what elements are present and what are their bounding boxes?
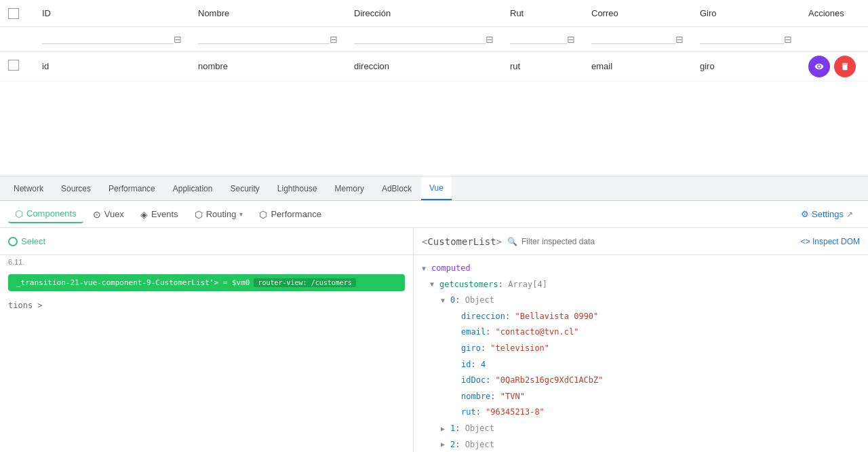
filter-giro-cell: ⊟ [692, 34, 800, 45]
col-correo-header: Correo [583, 8, 692, 18]
settings-extra-icon: ↗ [846, 210, 853, 219]
filter-data-input[interactable] [521, 237, 795, 246]
tree-getcustomers: getcustomers : Array[4] [414, 277, 868, 293]
filter-rut-icon: ⊟ [567, 34, 575, 45]
vue-tab-routing[interactable]: ⬡ Routing ▾ [188, 206, 250, 223]
row-rut-cell: rut [502, 61, 583, 71]
direccion-val: "Bellavista 0990" [515, 309, 598, 324]
rut-key: rut [461, 405, 476, 420]
inspector-area: Select 6.11. _transition-21-vue-componen… [0, 228, 868, 452]
obj0-key: 0 [450, 293, 455, 308]
breadcrumb-line: tions > [0, 297, 413, 314]
obj1-type: Object [465, 421, 494, 436]
tab-network[interactable]: Network [5, 176, 52, 200]
filter-giro-input[interactable] [700, 34, 784, 44]
terminal-prefix: _transition-21-vue-component-9-CustomerL… [16, 278, 250, 287]
components-icon: ⬡ [15, 208, 23, 219]
tab-sources[interactable]: Sources [53, 176, 99, 200]
vue-tab-vuex[interactable]: ⊙ Vuex [86, 206, 131, 223]
email-val: "contacto@tvn.cl" [496, 325, 579, 340]
version-line: 6.11. [0, 255, 413, 269]
filter-correo-input[interactable] [591, 34, 675, 44]
row-checkbox[interactable] [8, 60, 19, 71]
iddoc-key: idDoc [461, 373, 486, 388]
nombre-key: nombre [461, 390, 490, 404]
tree-computed-section: computed [414, 261, 868, 277]
tree-nombre: nombre : "TVN" [414, 389, 868, 405]
performance-icon: ⬡ [259, 209, 267, 220]
filter-id-cell: ⊟ [34, 34, 190, 45]
getcustomers-toggle[interactable] [430, 278, 439, 290]
nombre-colon: : [490, 390, 500, 404]
obj2-toggle[interactable] [441, 438, 450, 451]
events-icon: ◈ [140, 209, 148, 220]
select-all-checkbox[interactable] [8, 8, 19, 19]
tree-giro: giro : "television" [414, 341, 868, 357]
filter-id-icon: ⊟ [174, 34, 182, 45]
filter-direccion-cell: ⊟ [346, 34, 502, 45]
filter-correo-cell: ⊟ [583, 34, 692, 45]
select-button[interactable]: Select [8, 236, 45, 246]
left-panel: Select 6.11. _transition-21-vue-componen… [0, 228, 414, 452]
components-label: Components [26, 208, 77, 219]
select-all-cell[interactable] [0, 8, 34, 19]
computed-toggle[interactable] [422, 263, 431, 275]
filter-rut-cell: ⊟ [502, 34, 583, 45]
vue-tab-events[interactable]: ◈ Events [134, 206, 185, 223]
tab-adblock[interactable]: AdBlock [374, 176, 420, 200]
obj1-toggle[interactable] [441, 423, 450, 435]
filter-id-input[interactable] [42, 34, 174, 44]
row-direccion-cell: direccion [346, 61, 502, 71]
tree-obj1: 1 : Object [414, 421, 868, 437]
tab-memory[interactable]: Memory [327, 176, 372, 200]
inspect-dom-button[interactable]: <> Inspect DOM [801, 237, 860, 246]
row-email-cell: email [583, 61, 692, 71]
row-id-cell: id [34, 61, 190, 71]
vue-tab-components[interactable]: ⬡ Components [8, 206, 83, 223]
obj2-colon: : [455, 438, 465, 452]
direccion-colon: : [505, 309, 515, 324]
tree-obj0: 0 : Object [414, 293, 868, 309]
obj0-toggle[interactable] [441, 295, 450, 307]
version-text: 6.11. [8, 258, 24, 266]
filter-data-container: 🔍 [507, 237, 795, 246]
tab-vue[interactable]: Vue [421, 176, 452, 200]
computed-key: computed [431, 261, 471, 276]
filter-correo-icon: ⊟ [675, 34, 684, 45]
tab-lighthouse[interactable]: Lighthouse [269, 176, 326, 200]
row-checkbox-cell[interactable] [0, 60, 34, 73]
tab-performance[interactable]: Performance [100, 176, 163, 200]
vue-tab-settings[interactable]: ⚙ Settings ↗ [794, 206, 860, 222]
id-val: 4 [481, 358, 486, 373]
filter-rut-input[interactable] [510, 34, 567, 44]
settings-label: Settings [812, 209, 844, 219]
direccion-key: direccion [461, 309, 505, 324]
id-key: id [461, 358, 471, 373]
right-panel: <CustomerList> 🔍 <> Inspect DOM computed… [414, 228, 868, 452]
col-giro-header: Giro [692, 8, 800, 18]
tab-application[interactable]: Application [165, 176, 221, 200]
vue-tab-performance[interactable]: ⬡ Performance [252, 206, 328, 223]
delete-button[interactable] [834, 56, 856, 77]
tree-obj2: 2 : Object [414, 437, 868, 452]
select-circle-icon [8, 237, 18, 246]
routing-dropdown-icon: ▾ [239, 210, 243, 218]
col-direccion-header: Dirección [346, 8, 502, 18]
view-button[interactable] [808, 56, 830, 77]
tree-email: email : "contacto@tvn.cl" [414, 324, 868, 341]
breadcrumb-text: tions > [8, 301, 43, 310]
nombre-val: "TVN" [500, 390, 525, 404]
vuex-label: Vuex [104, 209, 124, 219]
giro-colon: : [481, 341, 490, 356]
obj0-colon: : [455, 293, 465, 308]
filter-nombre-input[interactable] [198, 34, 330, 44]
vue-toolbar: ⬡ Components ⊙ Vuex ◈ Events ⬡ Routing ▾… [0, 201, 868, 228]
routing-label: Routing [206, 209, 237, 219]
obj2-key: 2 [450, 438, 455, 452]
component-name: <CustomerList> [422, 236, 502, 247]
devtools-tabs-bar: Network Sources Performance Application … [0, 176, 868, 201]
iddoc-val: "0QaRb2s16gc9XdC1ACbZ" [496, 373, 604, 388]
table-area: ID Nombre Dirección Rut Correo Giro Acci… [0, 0, 868, 176]
tab-security[interactable]: Security [222, 176, 267, 200]
filter-direccion-input[interactable] [354, 34, 486, 44]
